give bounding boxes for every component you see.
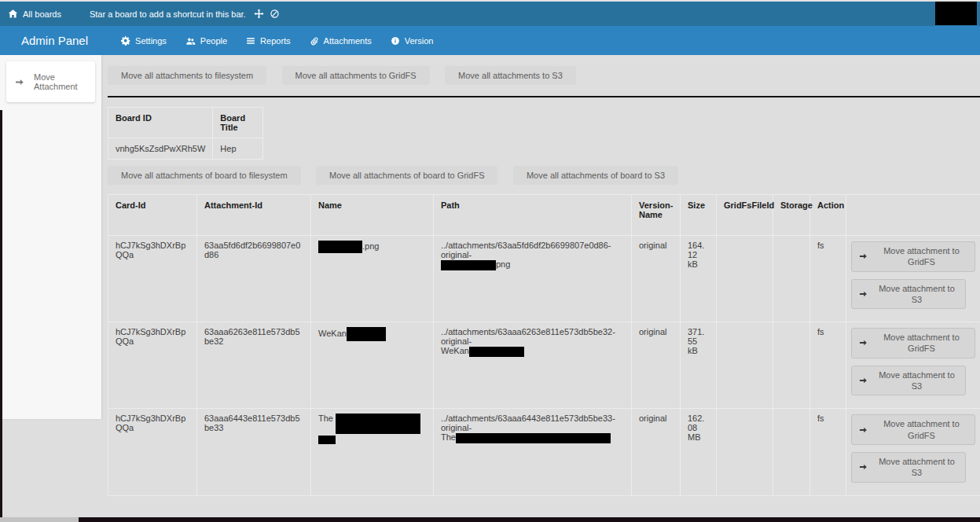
move-cross-icon[interactable] [254,9,264,19]
move-attachment-s3-button[interactable]: Move attachment to S3 [851,279,966,310]
move-all-filesystem-button[interactable]: Move all attachments to filesystem [108,66,266,85]
paperclip-icon [310,36,319,46]
redacted-box [336,414,420,434]
tab-settings[interactable]: Settings [121,36,167,46]
attachments-header-row: Card-Id Attachment-Id Name Path Version-… [108,195,980,236]
move-attachment-gridfs-button[interactable]: Move attachment to GridFS [851,241,975,272]
action-cell: fs [810,409,846,495]
storage-cell [773,409,810,495]
horizontal-scrollbar[interactable] [0,517,980,522]
version-name-cell: original [632,409,681,495]
tab-people-label: People [200,36,227,46]
size-cell: 164.12 kB [681,236,717,322]
arrow-right-icon [858,252,868,261]
arrow-right-icon [858,425,868,435]
tab-version[interactable]: Version [391,36,434,46]
path-header: Path [434,195,632,236]
board-title-value: Hep [213,138,263,160]
divider-line [108,96,980,97]
redacted-box [347,327,386,341]
redacted-user-box[interactable] [935,2,977,25]
admin-header: Admin Panel Settings People Reports Atta… [0,26,980,55]
row-buttons-cell: Move attachment to GridFS Move attachmen… [846,322,980,409]
action-header: Action [810,195,846,236]
card-id-cell: hCJ7kSg3hDXrBpQQa [108,322,197,409]
table-row: hCJ7kSg3hDXrBpQQa 63aaa6443e811e573db5be… [108,409,980,495]
redacted-box [456,433,611,443]
size-header: Size [681,195,717,236]
list-icon [246,36,255,46]
card-id-cell: hCJ7kSg3hDXrBpQQa [108,409,197,495]
redacted-box [318,436,336,444]
top-bar: All boards Star a board to add a shortcu… [0,2,980,26]
attachment-id-cell: 63aaa6443e811e573db5be33 [197,409,311,495]
redacted-box [441,260,496,270]
attachment-id-header: Attachment-Id [197,195,311,236]
move-attachment-gridfs-button[interactable]: Move attachment to GridFS [851,328,975,358]
arrow-right-icon [858,338,868,347]
tab-attachments[interactable]: Attachments [310,36,372,46]
people-icon [185,36,196,46]
move-board-s3-button[interactable]: Move all attachments of board to S3 [513,166,678,185]
gear-icon [121,36,130,46]
arrow-right-icon [14,77,25,87]
tab-settings-label: Settings [135,36,167,46]
gridfs-file-id-cell [717,236,773,322]
attachment-id-cell: 63aa5fd6df2b6699807e0d86 [197,236,311,322]
move-all-gridfs-button[interactable]: Move all attachments to GridFS [282,66,430,85]
home-icon [8,9,18,19]
tab-attachments-label: Attachments [324,36,372,46]
tab-reports[interactable]: Reports [246,36,291,46]
action-cell: fs [810,236,846,322]
content-area: Move Attachment Move all attachments to … [0,55,980,522]
all-boards-link[interactable]: All boards [8,9,61,19]
scrollbar-thumb[interactable] [0,517,79,522]
action-cell: fs [810,322,846,409]
name-header: Name [311,195,434,236]
board-title-header: Board Title [213,108,263,138]
move-board-filesystem-button[interactable]: Move all attachments of board to filesys… [108,166,301,185]
arrow-right-icon [858,376,868,385]
info-icon [391,36,400,46]
path-cell: ../attachments/63aaa6443e811e573db5be33-… [434,409,632,495]
tab-reports-label: Reports [260,36,291,46]
move-attachment-gridfs-button[interactable]: Move attachment to GridFS [851,414,975,445]
window-edge-strip [0,110,2,522]
sidebar-item-move-attachment[interactable]: Move Attachment [6,61,95,102]
shortcut-hint-text: Star a board to add a shortcut in this b… [90,9,246,19]
arrow-right-icon [858,462,868,472]
move-board-gridfs-button[interactable]: Move all attachments of board to GridFS [316,166,497,185]
all-boards-label: All boards [23,9,61,19]
card-id-cell: hCJ7kSg3hDXrBpQQa [108,236,197,322]
storage-header: Storage [773,195,810,236]
board-row: vnhg5KsZsdPwXRh5W Hep [108,138,263,160]
row-buttons-cell: Move attachment to GridFS Move attachmen… [846,236,980,322]
redacted-box [318,241,362,253]
storage-cell [773,236,810,322]
move-all-s3-button[interactable]: Move all attachments to S3 [445,66,576,85]
row-buttons-cell: Move attachment to GridFS Move attachmen… [846,409,980,495]
page-title: Admin Panel [21,34,88,47]
sidebar-item-label: Move Attachment [34,72,87,91]
tab-people[interactable]: People [185,36,227,46]
board-id-value: vnhg5KsZsdPwXRh5W [108,138,213,160]
attachments-table: Card-Id Attachment-Id Name Path Version-… [108,194,980,496]
version-name-header: Version-Name [632,195,681,236]
size-cell: 162.08 MB [681,409,717,495]
sidebar: Move Attachment [0,55,101,419]
move-attachment-s3-button[interactable]: Move attachment to S3 [851,452,966,483]
table-row: hCJ7kSg3hDXrBpQQa 63aa5fd6df2b6699807e0d… [108,236,980,322]
name-cell: WeKan [311,322,434,409]
name-cell: The [311,409,434,495]
main-panel: Move all attachments to filesystem Move … [108,55,980,496]
gridfs-file-id-cell [717,322,773,409]
buttons-header [846,195,980,236]
gridfs-file-id-header: GridFsFileId [717,195,773,236]
arrow-right-icon [858,289,868,299]
disable-shortcut-icon[interactable] [270,9,280,19]
board-id-header: Board ID [108,108,213,138]
size-cell: 371.55 kB [681,322,717,409]
path-cell: ../attachments/63aaa6263e811e573db5be32-… [434,322,632,409]
move-attachment-s3-button[interactable]: Move attachment to S3 [851,366,966,396]
redacted-box [469,347,524,357]
